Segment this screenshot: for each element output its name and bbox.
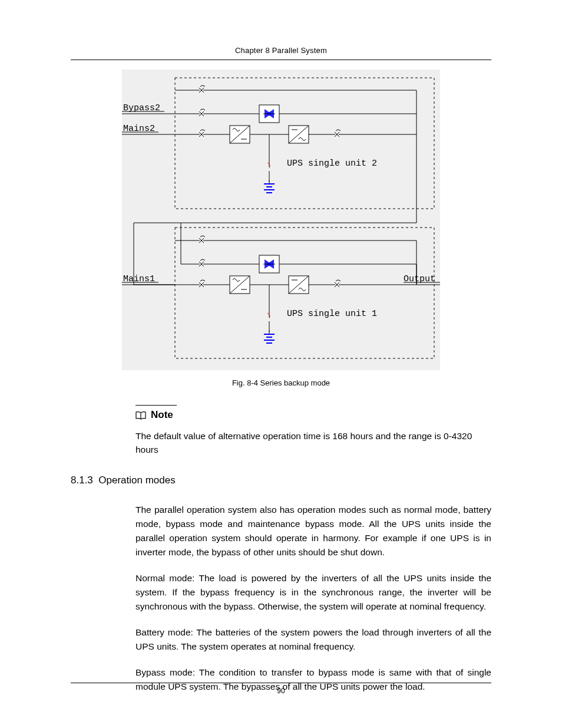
page-number: 90 — [71, 687, 491, 695]
section-title: Operation modes — [98, 475, 175, 486]
label-output: Output — [404, 275, 435, 284]
section-heading: 8.1.3 Operation modes — [71, 475, 491, 486]
body-paragraph: Normal mode: The load is powered by the … — [135, 571, 491, 614]
note-rule — [135, 405, 177, 406]
label-mains2: Mains2 — [123, 124, 155, 133]
top-rule — [71, 60, 491, 60]
note-block: Note The default value of alternative op… — [135, 405, 491, 457]
label-mains1: Mains1 — [123, 275, 155, 284]
footer: 90 — [71, 683, 491, 695]
figure-diagram: Bypass2 Mains2 UPS single unit 2 Mains1 … — [122, 70, 440, 370]
body-paragraph: The parallel operation system also has o… — [135, 503, 491, 559]
figure-caption: Fig. 8-4 Series backup mode — [71, 378, 491, 387]
book-icon — [135, 411, 146, 419]
label-unit2: UPS single unit 2 — [287, 159, 377, 168]
note-text: The default value of alternative operati… — [135, 429, 491, 457]
body-paragraph: Battery mode: The batteries of the syste… — [135, 625, 491, 654]
diagram-svg — [122, 70, 440, 370]
section-number: 8.1.3 — [71, 475, 93, 486]
label-unit1: UPS single unit 1 — [287, 309, 377, 318]
note-heading: Note — [151, 409, 173, 421]
running-header: Chapter 8 Parallel System — [71, 46, 491, 55]
label-bypass2: Bypass2 — [123, 104, 160, 113]
